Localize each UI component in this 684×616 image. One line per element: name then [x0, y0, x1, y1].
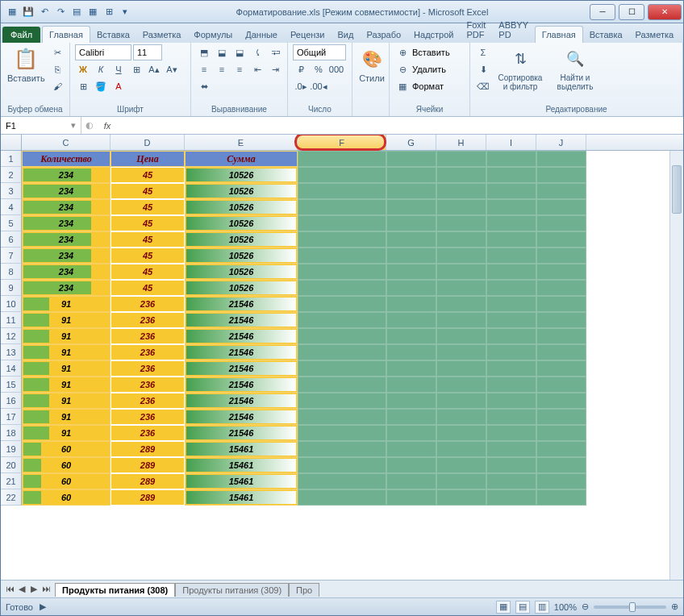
currency-icon[interactable]: ₽: [293, 61, 309, 77]
cell[interactable]: [298, 231, 386, 248]
cell-qty[interactable]: 234: [22, 264, 111, 280]
cell[interactable]: [486, 183, 536, 199]
qat-dropdown-icon[interactable]: ▾: [119, 6, 131, 19]
cell[interactable]: [386, 280, 436, 296]
zoom-level[interactable]: 100%: [554, 602, 577, 612]
cell[interactable]: [386, 151, 436, 167]
align-middle-icon[interactable]: ⬓: [214, 44, 230, 60]
cell[interactable]: [386, 264, 436, 280]
cell[interactable]: [298, 199, 386, 215]
cell[interactable]: [486, 409, 536, 425]
zoom-out-button[interactable]: ⊖: [582, 601, 589, 612]
macro-icon[interactable]: ▶: [40, 601, 46, 612]
ribbon-tab[interactable]: Рецензи: [284, 27, 332, 43]
tab-nav-prev-icon[interactable]: ◀: [16, 584, 27, 594]
format-cells-icon[interactable]: ▦: [394, 78, 411, 94]
ribbon-tab[interactable]: Формулы: [680, 27, 684, 43]
cell[interactable]: [298, 393, 386, 409]
cell[interactable]: [386, 312, 436, 328]
fill-color-button[interactable]: 🪣: [93, 78, 109, 94]
cells-format-button[interactable]: Формат: [412, 81, 444, 91]
cell[interactable]: [536, 377, 586, 393]
cell-sum[interactable]: 10526: [185, 199, 298, 215]
ribbon-tab[interactable]: Главная: [42, 26, 90, 43]
format-painter-icon[interactable]: 🖌: [50, 78, 66, 94]
cell[interactable]: [436, 296, 486, 312]
cell-qty[interactable]: 91: [22, 425, 111, 441]
cell[interactable]: [386, 199, 436, 215]
tab-nav-last-icon[interactable]: ⏭: [40, 584, 52, 594]
cell-qty[interactable]: 234: [22, 183, 111, 199]
font-color-button[interactable]: A: [111, 78, 127, 94]
normal-view-icon[interactable]: ▦: [496, 601, 511, 614]
cell-qty[interactable]: 91: [22, 377, 111, 393]
cell-sum[interactable]: 10526: [185, 183, 298, 199]
row-header[interactable]: 22: [1, 489, 22, 506]
row-header[interactable]: 7: [1, 248, 22, 264]
cell[interactable]: [386, 409, 436, 425]
cell[interactable]: [298, 328, 386, 344]
close-button[interactable]: ✕: [648, 4, 682, 20]
cell[interactable]: [386, 167, 436, 183]
cell-qty[interactable]: 91: [22, 409, 111, 425]
cells-delete-button[interactable]: Удалить: [412, 65, 446, 74]
cut-icon[interactable]: ✂: [50, 44, 66, 60]
cell[interactable]: [436, 377, 486, 393]
cell[interactable]: [386, 248, 436, 264]
cell[interactable]: [298, 167, 386, 183]
cell[interactable]: [298, 409, 386, 425]
cell-price[interactable]: 236: [111, 312, 185, 328]
clear-icon[interactable]: ⌫: [475, 78, 491, 94]
save-icon[interactable]: 💾: [22, 6, 35, 19]
ribbon-tab[interactable]: Вставка: [583, 27, 629, 43]
cell[interactable]: [298, 264, 386, 280]
name-box[interactable]: F1▾: [1, 117, 81, 134]
qat-icon[interactable]: ⊞: [102, 6, 115, 19]
tab-nav-first-icon[interactable]: ⏮: [4, 584, 15, 594]
row-header[interactable]: 9: [1, 280, 22, 296]
cell[interactable]: [298, 457, 386, 473]
cell-qty[interactable]: 234: [22, 215, 111, 231]
cell-sum[interactable]: 21546: [185, 360, 298, 377]
cell[interactable]: [298, 248, 386, 264]
cell[interactable]: [486, 296, 536, 312]
row-header[interactable]: 17: [1, 409, 22, 425]
indent-increase-icon[interactable]: ⇥: [267, 61, 283, 77]
bold-button[interactable]: Ж: [75, 61, 91, 77]
cell[interactable]: [486, 264, 536, 280]
cell[interactable]: [298, 489, 386, 506]
cell-qty[interactable]: 234: [22, 199, 111, 215]
cell-price[interactable]: 236: [111, 344, 185, 360]
cell[interactable]: [298, 473, 386, 489]
cell-sum[interactable]: 21546: [185, 377, 298, 393]
row-header[interactable]: 21: [1, 473, 22, 489]
qat-icon[interactable]: ▦: [86, 6, 99, 19]
cell-sum[interactable]: 10526: [185, 264, 298, 280]
cell[interactable]: [436, 441, 486, 457]
cell[interactable]: [486, 425, 536, 441]
cell[interactable]: [298, 183, 386, 199]
cell-sum[interactable]: 15461: [185, 489, 298, 506]
cell[interactable]: [298, 360, 386, 377]
cell-qty[interactable]: 91: [22, 328, 111, 344]
cell[interactable]: [436, 393, 486, 409]
cell[interactable]: [536, 425, 586, 441]
row-header[interactable]: 1: [1, 151, 22, 167]
row-header[interactable]: 10: [1, 296, 22, 312]
cell[interactable]: [536, 296, 586, 312]
column-header[interactable]: I: [486, 135, 536, 150]
copy-icon[interactable]: ⎘: [50, 61, 66, 77]
cell-sum[interactable]: 21546: [185, 312, 298, 328]
cell[interactable]: [536, 151, 586, 167]
vertical-scrollbar[interactable]: [669, 151, 683, 580]
cell[interactable]: [298, 215, 386, 231]
cell[interactable]: [386, 457, 436, 473]
ribbon-tab[interactable]: Foxit PDF: [461, 17, 493, 43]
cell[interactable]: [386, 215, 436, 231]
cell-qty[interactable]: 60: [22, 473, 111, 489]
cell-qty[interactable]: 60: [22, 489, 111, 506]
cell-sum[interactable]: 21546: [185, 425, 298, 441]
cell[interactable]: [436, 231, 486, 248]
delete-row-icon[interactable]: ⊖: [394, 61, 411, 77]
cell[interactable]: [486, 167, 536, 183]
